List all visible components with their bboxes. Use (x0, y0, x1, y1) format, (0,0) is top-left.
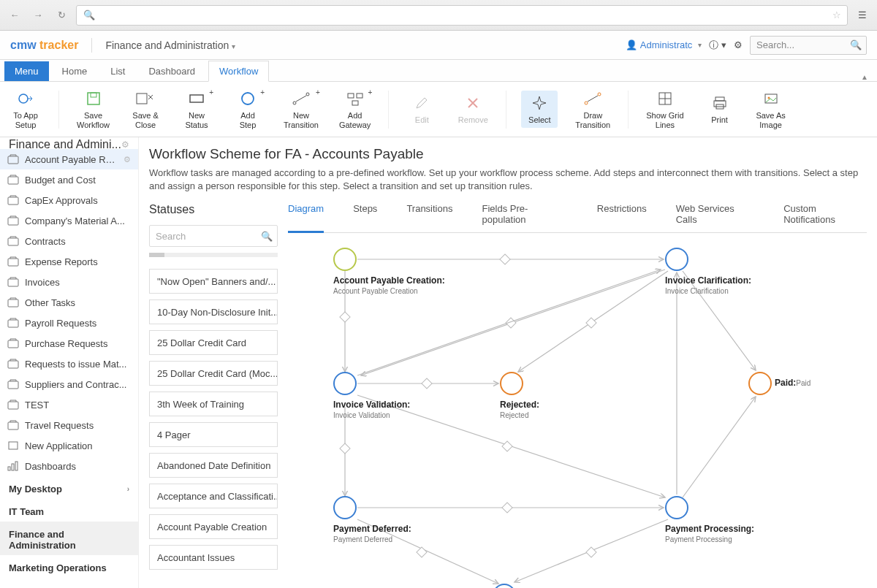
svg-rect-35 (9, 442, 18, 449)
status-item[interactable]: Abandoned Date Definition (149, 453, 278, 478)
nav-tab-menu[interactable]: Menu (4, 61, 49, 81)
svg-point-7 (306, 93, 309, 96)
ribbon-save-image[interactable]: Save AsImage (753, 86, 789, 133)
diagram-node-proc[interactable]: Payment Processing:Payment Processing (665, 496, 688, 519)
gear-icon[interactable]: ⚙ (121, 140, 129, 149)
ribbon-to-app-setup[interactable]: To AppSetup (7, 86, 44, 133)
bookmark-star-icon[interactable]: ☆ (832, 9, 841, 20)
url-bar[interactable]: 🔍 ☆ (76, 5, 848, 26)
diagram-node-clar[interactable]: Invoice Clarification:Invoice Clarificat… (665, 248, 688, 271)
reload-button[interactable]: ↻ (53, 7, 70, 24)
sidebar-item[interactable]: Suppliers and Contrac... (0, 374, 138, 394)
global-search-input[interactable]: Search... 🔍 (750, 36, 867, 55)
diagram-node-start[interactable]: Account Payable Creation:Account Payable… (333, 248, 357, 271)
help-button[interactable]: ⓘ ▾ (709, 39, 726, 52)
sidebar-item[interactable]: Purchase Requests (0, 333, 138, 354)
forward-button[interactable]: → (29, 7, 47, 24)
step-circle[interactable] (665, 496, 688, 519)
diagram-canvas[interactable]: Account Payable Creation:Account Payable… (288, 233, 867, 588)
ribbon-save-close[interactable]: Save &Close (127, 86, 164, 133)
step-circle[interactable] (333, 248, 357, 271)
ribbon-draw-transition[interactable]: DrawTransition (572, 86, 613, 133)
user-menu[interactable]: 👤 Administratc ▾ (626, 39, 702, 50)
sidebar-item[interactable]: Other Tasks (0, 292, 138, 313)
nav-tab-home[interactable]: Home (52, 61, 98, 81)
nav-tab-dashboard[interactable]: Dashboard (138, 61, 205, 81)
ribbon-select[interactable]: Select (521, 91, 558, 128)
diagram-node-valid[interactable]: Invoice Validation:Invoice Validation (333, 372, 357, 395)
statuses-search-input[interactable]: Search 🔍 (149, 225, 278, 247)
sidebar-item[interactable]: Requests to issue Mat... (0, 354, 138, 374)
diagram-tab-web-services-calls[interactable]: Web Services Calls (676, 203, 754, 232)
back-button[interactable]: ← (6, 7, 23, 24)
sidebar-item[interactable]: Contracts (0, 231, 138, 251)
nav-tab-list[interactable]: List (100, 61, 135, 81)
chevron-down-icon: ▾ (232, 42, 235, 50)
diagram-node-rejected[interactable]: Rejected:Rejected (500, 372, 523, 395)
step-circle[interactable] (500, 372, 523, 395)
svg-rect-3 (137, 93, 147, 104)
status-item[interactable]: 25 Dollar Credit Card (Moc... (149, 361, 278, 386)
ribbon-print[interactable]: Print (702, 91, 738, 128)
browser-menu-button[interactable]: ☰ (854, 7, 871, 24)
step-circle[interactable] (748, 372, 772, 395)
diagram-tab-fields-pre-population[interactable]: Fields Pre-population (482, 203, 567, 232)
step-circle[interactable] (493, 584, 516, 588)
sidebar-item[interactable]: Dashboards (0, 456, 138, 476)
sidebar-item[interactable]: CapEx Approvals (0, 190, 138, 210)
sidebar-item[interactable]: Invoices (0, 272, 138, 292)
browser-chrome: ← → ↻ 🔍 ☆ ☰ (0, 0, 877, 31)
sidebar-item[interactable]: Payroll Requests (0, 313, 138, 333)
step-circle[interactable] (665, 248, 688, 271)
print-icon (712, 93, 728, 112)
step-circle[interactable] (333, 496, 357, 519)
sidebar-group[interactable]: My Desktop› (0, 476, 138, 499)
workspace-title[interactable]: Finance and Administration▾ (105, 39, 235, 51)
status-item[interactable]: 3th Week of Training (149, 392, 278, 416)
svg-rect-37 (12, 464, 14, 470)
sidebar-group[interactable]: Finance and Administration (0, 522, 138, 555)
ribbon-new-transition[interactable]: +NewTransition (281, 86, 322, 133)
sidebar-item[interactable]: TEST (0, 394, 138, 415)
settings-gear-icon[interactable]: ⚙ (734, 39, 743, 50)
draw-trans-icon (583, 89, 602, 108)
diagram-tab-restrictions[interactable]: Restrictions (597, 203, 647, 232)
diagram-node-paid[interactable]: Paid:Paid (748, 372, 772, 395)
sidebar-group[interactable]: IT Team (0, 499, 138, 522)
status-item[interactable]: Acceptance and Classificati... (149, 484, 278, 508)
status-item[interactable]: 25 Dollar Credit Card (149, 330, 278, 355)
sidebar-item[interactable]: New Application (0, 435, 138, 456)
sidebar-group[interactable]: Marketing Operations (0, 555, 138, 578)
svg-rect-4 (190, 95, 203, 102)
diagram-tab-steps[interactable]: Steps (353, 203, 377, 232)
sidebar-item[interactable]: Budget and Cost (0, 169, 138, 190)
sidebar-item[interactable]: Account Payable Requ...⚙ (0, 149, 138, 169)
ribbon-add-gateway[interactable]: +AddGateway (336, 86, 373, 133)
diagram-node-bottom[interactable] (493, 584, 516, 588)
nav-tab-workflow[interactable]: Workflow (208, 61, 269, 82)
status-item[interactable]: 4 Pager (149, 422, 278, 447)
statuses-scroll-indicator (149, 253, 278, 257)
ribbon-show-grid[interactable]: Show GridLines (643, 86, 686, 133)
diagram-tab-transitions[interactable]: Transitions (406, 203, 452, 232)
sidebar-item[interactable]: Travel Requests (0, 415, 138, 435)
status-item[interactable]: 10-Day Non-Disclosure Init... (149, 299, 278, 324)
search-placeholder: Search... (756, 39, 794, 50)
create-workspace-button[interactable]: + Create Workspace (0, 578, 138, 588)
grid-icon (657, 89, 673, 108)
diagram-tab-custom-notifications[interactable]: Custom Notifications (783, 203, 867, 232)
collapse-ribbon-icon[interactable]: ▲ (861, 73, 868, 81)
diagram-tabs: DiagramStepsTransitionsFields Pre-popula… (288, 203, 867, 233)
ribbon-add-step[interactable]: +AddStep (229, 86, 266, 133)
status-item[interactable]: "Now Open" Banners and/... (149, 269, 278, 294)
status-item[interactable]: Account Payable Creation (149, 514, 278, 539)
ribbon-new-status[interactable]: +NewStatus (178, 86, 215, 133)
sidebar-item[interactable]: Company's Material A... (0, 210, 138, 231)
sidebar-item[interactable]: Expense Reports (0, 251, 138, 272)
status-item[interactable]: Accountant Issues (149, 545, 278, 570)
diagram-tab-diagram[interactable]: Diagram (288, 203, 324, 233)
gear-icon[interactable]: ⚙ (124, 155, 131, 164)
ribbon-save-workflow[interactable]: SaveWorkflow (74, 86, 113, 133)
diagram-node-defer[interactable]: Payment Deferred:Payment Deferred (333, 496, 357, 519)
step-circle[interactable] (333, 372, 357, 395)
